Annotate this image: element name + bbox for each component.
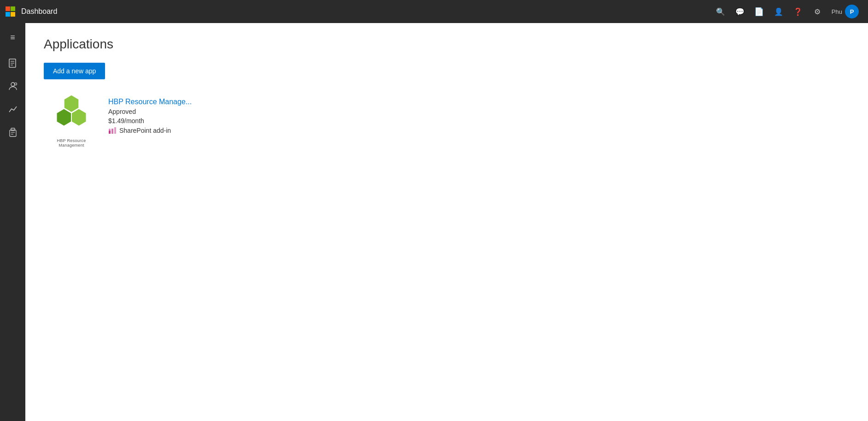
user-menu[interactable]: Phu P [828,3,862,20]
svg-rect-7 [10,130,16,136]
main-layout: ≡ [0,23,868,421]
topbar: Dashboard 🔍 💬 📄 👤 ❓ ⚙ Phu P [0,0,868,23]
app-logo-container: HBP Resource Management [44,94,99,148]
settings-icon: ⚙ [814,7,821,16]
sidebar-item-analytics[interactable] [2,100,23,121]
app-logo-label: HBP Resource Management [44,138,99,148]
analytics-icon [8,104,18,117]
content-area: Applications Add a new app [25,23,868,421]
app-logo [51,94,92,136]
people-icon: 👤 [774,7,783,16]
hamburger-icon: ≡ [10,33,15,42]
app-price: $1.49/month [108,117,192,125]
svg-rect-15 [114,127,116,134]
svg-marker-11 [57,109,71,125]
search-icon: 🔍 [716,7,725,16]
app-item: HBP Resource Management HBP Resource Man… [44,94,850,148]
sidebar-hamburger[interactable]: ≡ [2,27,23,48]
sharepoint-icon [108,126,117,135]
help-button[interactable]: ❓ [789,3,807,20]
add-new-app-button[interactable]: Add a new app [44,63,105,79]
app-details: HBP Resource Manage... Approved $1.49/mo… [108,94,192,135]
app-type-label: SharePoint add-in [119,127,171,134]
avatar: P [845,5,859,18]
svg-marker-10 [65,95,79,112]
feedback-icon: 📄 [754,7,764,17]
microsoft-logo [6,6,16,17]
svg-point-4 [11,83,15,86]
people-hub-icon [8,81,18,94]
people-button[interactable]: 👤 [770,3,787,20]
documents-icon [8,58,18,71]
app-name-link[interactable]: HBP Resource Manage... [108,98,192,106]
badges-icon [8,127,18,140]
svg-point-16 [109,129,111,130]
ms-logo-yellow [11,12,15,17]
ms-logo-red [6,6,10,11]
sidebar-item-badges[interactable] [2,123,23,144]
svg-marker-12 [72,109,86,125]
app-status: Approved [108,108,192,115]
chat-icon: 💬 [735,7,745,16]
svg-rect-14 [111,129,113,134]
search-button[interactable]: 🔍 [712,3,729,20]
ms-logo-green [11,6,15,11]
sidebar-item-people[interactable] [2,77,23,98]
user-name: Phu [832,8,842,15]
help-icon: ❓ [793,7,803,16]
topbar-left: Dashboard [6,6,57,17]
topbar-title: Dashboard [21,7,57,16]
app-type: SharePoint add-in [108,126,192,135]
settings-button[interactable]: ⚙ [809,3,826,20]
svg-rect-13 [109,130,111,134]
page-title: Applications [44,37,850,52]
sidebar-item-documents[interactable] [2,53,23,75]
topbar-right: 🔍 💬 📄 👤 ❓ ⚙ Phu P [712,3,862,20]
app-list: HBP Resource Management HBP Resource Man… [44,94,850,148]
sidebar: ≡ [0,23,25,421]
feedback-button[interactable]: 📄 [751,3,768,20]
ms-logo-blue [6,12,10,17]
chat-button[interactable]: 💬 [731,3,749,20]
